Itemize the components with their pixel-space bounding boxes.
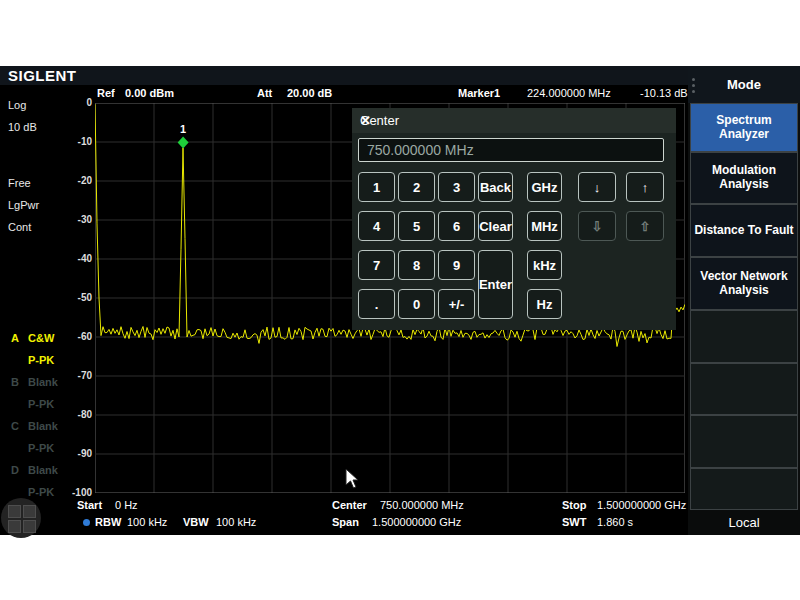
key-5[interactable]: 5 <box>398 211 435 241</box>
y-axis-tick: -30 <box>70 214 92 225</box>
trigger-label: Free <box>8 177 31 189</box>
vbw-value: 100 kHz <box>216 516 256 528</box>
menu-slot-empty <box>690 310 798 363</box>
key-4[interactable]: 4 <box>358 211 395 241</box>
center-value: 750.000000 MHz <box>380 499 464 511</box>
step-up-button[interactable]: ↑ <box>626 172 664 202</box>
page-up-button-disabled[interactable]: ⇧ <box>626 211 664 241</box>
center-frequency-dialog: Center ✕ 1 2 3 Back GHz ↓ ↑ 4 5 6 Clear … <box>352 108 676 330</box>
rbw-label: RBW <box>95 516 121 528</box>
dialog-title-bar: Center ✕ <box>352 108 676 133</box>
frequency-input[interactable] <box>358 138 664 162</box>
avg-type-label: LgPwr <box>8 199 39 211</box>
key-0[interactable]: 0 <box>398 289 435 319</box>
y-axis-tick: -80 <box>70 409 92 420</box>
vbw-label: VBW <box>183 516 209 528</box>
local-button[interactable]: Local <box>688 510 800 535</box>
rbw-value: 100 kHz <box>127 516 167 528</box>
span-label: Span <box>332 516 359 528</box>
key-8[interactable]: 8 <box>398 250 435 280</box>
key-khz[interactable]: kHz <box>527 250 562 280</box>
trace-b-row[interactable]: BBlank <box>11 376 58 388</box>
y-axis-tick: 0 <box>70 97 92 108</box>
swt-label: SWT <box>562 516 586 528</box>
ref-label: Ref <box>97 87 115 101</box>
key-hz[interactable]: Hz <box>527 289 562 319</box>
key-9[interactable]: 9 <box>438 250 475 280</box>
key-3[interactable]: 3 <box>438 172 475 202</box>
key-back[interactable]: Back <box>478 172 513 202</box>
span-value: 1.500000000 GHz <box>372 516 461 528</box>
start-value: 0 Hz <box>115 499 138 511</box>
att-value: 20.00 dB <box>287 87 332 101</box>
menu-item-spectrum-analyzer[interactable]: Spectrum Analyzer <box>690 103 798 152</box>
y-axis-tick: -90 <box>70 448 92 459</box>
menu-item-vector-network-analysis[interactable]: Vector Network Analysis <box>690 257 798 310</box>
close-icon[interactable]: ✕ <box>360 113 670 128</box>
center-label: Center <box>332 499 367 511</box>
key-7[interactable]: 7 <box>358 250 395 280</box>
key-2[interactable]: 2 <box>398 172 435 202</box>
trace-a-row[interactable]: AC&W <box>11 332 54 344</box>
key-mhz[interactable]: MHz <box>527 211 562 241</box>
y-axis-tick: -100 <box>70 487 92 498</box>
marker-number: 1 <box>180 123 186 135</box>
trace-d-detector: P-PK <box>28 486 54 498</box>
key-clear[interactable]: Clear <box>478 211 513 241</box>
logo-bar: SIGLENT <box>0 66 688 85</box>
att-label: Att <box>257 87 272 101</box>
panel-grip-dots <box>692 75 696 96</box>
y-axis-tick: -50 <box>70 292 92 303</box>
sweep-mode-label: Cont <box>8 221 31 233</box>
menu-item-distance-to-fault[interactable]: Distance To Fault <box>690 204 798 257</box>
rbw-status-dot <box>83 519 90 526</box>
marker-freq: 224.000000 MHz <box>527 87 611 101</box>
menu-item-modulation-analysis[interactable]: Modulation Analysis <box>690 152 798 204</box>
key-6[interactable]: 6 <box>438 211 475 241</box>
trace-c-detector: P-PK <box>28 442 54 454</box>
soft-menu-panel: Mode Spectrum Analyzer Modulation Analys… <box>688 66 800 535</box>
instrument-screen: SIGLENT Ref 0.00 dBm Att 20.00 dB Marker… <box>0 66 800 535</box>
y-axis-tick: -20 <box>70 175 92 186</box>
key-decimal[interactable]: . <box>358 289 395 319</box>
stop-value: 1.500000000 GHz <box>597 499 686 511</box>
menu-header: Mode <box>688 66 800 103</box>
y-axis-tick: -40 <box>70 253 92 264</box>
trace-b-detector: P-PK <box>28 398 54 410</box>
trace-d-row[interactable]: DBlank <box>11 464 58 476</box>
trace-a-detector: P-PK <box>28 354 54 366</box>
key-plus-minus[interactable]: +/- <box>438 289 475 319</box>
key-ghz[interactable]: GHz <box>527 172 562 202</box>
apps-grid-button[interactable] <box>1 498 41 538</box>
stop-label: Stop <box>562 499 586 511</box>
trace-c-row[interactable]: CBlank <box>11 420 58 432</box>
y-axis-tick: -60 <box>70 331 92 342</box>
marker-label: Marker1 <box>458 87 500 101</box>
ref-value: 0.00 dBm <box>125 87 174 101</box>
y-axis-tick: -10 <box>70 136 92 147</box>
brand-logo: SIGLENT <box>8 67 77 84</box>
page-down-button-disabled[interactable]: ⇩ <box>578 211 616 241</box>
y-axis-tick: -70 <box>70 370 92 381</box>
menu-slot-empty <box>690 363 798 415</box>
scale-type-label: Log <box>8 99 26 111</box>
mouse-cursor <box>345 468 361 490</box>
key-1[interactable]: 1 <box>358 172 395 202</box>
scale-div-label: 10 dB <box>8 121 37 133</box>
key-enter[interactable]: Enter <box>478 250 513 319</box>
step-down-button[interactable]: ↓ <box>578 172 616 202</box>
swt-value: 1.860 s <box>597 516 633 528</box>
start-label: Start <box>77 499 102 511</box>
marker-diamond <box>178 137 189 149</box>
numeric-keypad: 1 2 3 Back GHz ↓ ↑ 4 5 6 Clear MHz ⇩ ⇧ 7… <box>358 172 664 319</box>
menu-slot-empty <box>690 468 798 510</box>
menu-slot-empty <box>690 415 798 468</box>
